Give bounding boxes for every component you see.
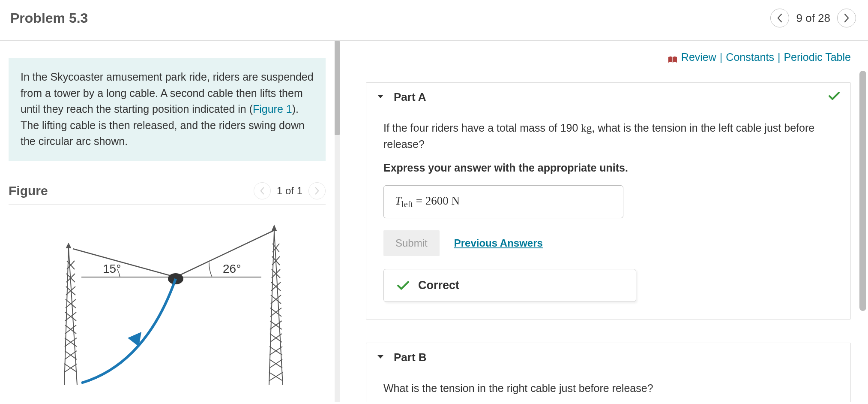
chevron-right-icon: [844, 13, 850, 23]
answer-value: 2600 N: [425, 194, 460, 207]
mass-unit: kg: [581, 122, 592, 134]
column-divider[interactable]: [334, 41, 340, 402]
feedback-box: Correct: [383, 269, 636, 302]
part-b-header[interactable]: Part B: [366, 343, 850, 372]
problem-title: Problem 5.3: [10, 10, 88, 26]
answer-variable: T: [395, 194, 401, 207]
q-text-before: If the four riders have a total mass of …: [383, 122, 581, 134]
problem-pager: 9 of 28: [770, 9, 856, 27]
figure-header: Figure 1 of 1: [9, 182, 326, 205]
part-a-question: If the four riders have a total mass of …: [383, 120, 833, 152]
part-a-instruction: Express your answer with the appropriate…: [383, 162, 833, 174]
figure-link[interactable]: Figure 1: [253, 103, 292, 115]
part-b-question: What is the tension in the right cable j…: [383, 380, 833, 397]
separator: |: [720, 51, 723, 63]
periodic-table-link[interactable]: Periodic Table: [784, 51, 851, 63]
next-problem-button[interactable]: [837, 9, 856, 27]
figure-prev-button[interactable]: [254, 182, 271, 199]
constants-link[interactable]: Constants: [726, 51, 774, 63]
separator: |: [778, 51, 781, 63]
top-header: Problem 5.3 9 of 28: [0, 0, 868, 41]
right-column: Review | Constants | Periodic Table Part…: [340, 41, 868, 402]
figure-next-button[interactable]: [308, 182, 326, 199]
answer-equals: =: [413, 194, 425, 207]
part-b-body: What is the tension in the right cable j…: [366, 372, 850, 402]
review-link[interactable]: Review: [681, 51, 716, 63]
resources-bar: Review | Constants | Periodic Table: [366, 51, 851, 63]
book-icon: [667, 54, 678, 61]
figure-pager: 1 of 1: [254, 182, 326, 199]
divider-handle[interactable]: [335, 41, 340, 135]
part-a-body: If the four riders have a total mass of …: [366, 112, 850, 319]
figure-pager-text: 1 of 1: [277, 185, 302, 197]
answer-display: Tleft = 2600 N: [383, 185, 623, 218]
angle-right-label: 26°: [223, 262, 241, 275]
part-b: Part B What is the tension in the right …: [366, 343, 851, 402]
chevron-right-icon: [314, 187, 320, 195]
part-a-label: Part A: [394, 90, 426, 104]
pager-text: 9 of 28: [796, 12, 830, 25]
scrollbar-thumb[interactable]: [859, 71, 866, 311]
angle-left-label: 15°: [103, 262, 121, 275]
part-a: Part A If the four riders have a total m…: [366, 82, 851, 320]
caret-down-icon: [377, 93, 384, 102]
answer-subscript: left: [401, 199, 413, 209]
answer-controls: Submit Previous Answers: [383, 230, 833, 256]
problem-description: In the Skycoaster amusement park ride, r…: [9, 58, 326, 161]
figure-title: Figure: [9, 184, 48, 198]
main-area: In the Skycoaster amusement park ride, r…: [0, 41, 868, 402]
part-b-label: Part B: [394, 351, 427, 364]
part-a-status-icon: [828, 91, 840, 103]
chevron-left-icon: [260, 187, 265, 195]
left-column: In the Skycoaster amusement park ride, r…: [0, 41, 334, 402]
part-a-header[interactable]: Part A: [366, 83, 850, 112]
submit-button[interactable]: Submit: [383, 230, 440, 256]
chevron-left-icon: [777, 13, 783, 23]
figure-section: Figure 1 of 1: [9, 182, 326, 385]
svg-line-0: [73, 249, 176, 277]
figure-image: 15° 26°: [9, 222, 326, 385]
previous-answers-link[interactable]: Previous Answers: [454, 237, 543, 249]
prev-problem-button[interactable]: [770, 9, 789, 27]
skycoaster-diagram: 15° 26°: [34, 222, 300, 385]
feedback-text: Correct: [418, 279, 459, 292]
check-icon: [397, 280, 410, 291]
caret-down-icon: [377, 353, 384, 362]
